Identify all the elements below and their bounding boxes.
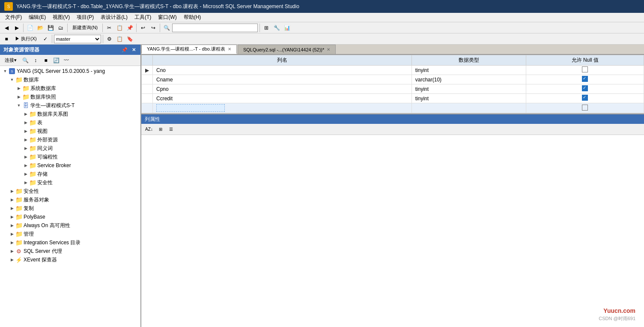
oe-close-icon[interactable]: ✕ bbox=[131, 47, 137, 53]
col-type-cell[interactable]: tinyint bbox=[411, 94, 526, 103]
expand-icon[interactable]: ▶ bbox=[9, 256, 15, 263]
menu-view[interactable]: 视图(V) bbox=[49, 13, 73, 22]
cut-icon[interactable]: ✂ bbox=[104, 23, 114, 33]
tree-item[interactable]: ▶📁同义词 bbox=[0, 144, 140, 153]
oe-refresh-icon[interactable]: 🔄 bbox=[51, 56, 61, 65]
tree-item[interactable]: ▶📁数据库快照 bbox=[0, 93, 140, 101]
tree-item[interactable]: ▼SYANG (SQL Server 15.0.2000.5 - yang bbox=[0, 67, 140, 75]
props-cat-icon[interactable]: ⊞ bbox=[156, 125, 165, 134]
col-name-cell[interactable]: Cpno bbox=[153, 84, 412, 94]
execute-icon[interactable]: ▶ 执行(X) bbox=[12, 34, 40, 44]
expand-icon[interactable]: ▶ bbox=[22, 136, 29, 143]
expand-icon[interactable]: ▶ bbox=[9, 222, 15, 229]
expand-icon[interactable]: ▼ bbox=[2, 68, 9, 75]
toolbar-extra2[interactable]: 🔧 bbox=[272, 23, 281, 33]
save-icon[interactable]: 💾 bbox=[46, 23, 55, 33]
expand-icon[interactable]: ▶ bbox=[9, 205, 15, 212]
search-input[interactable] bbox=[172, 24, 258, 32]
save-all-icon[interactable]: 🗂 bbox=[56, 23, 66, 33]
oe-wave-icon[interactable]: 〰 bbox=[62, 56, 71, 65]
tree-item[interactable]: ▶📁Integration Services 目录 bbox=[0, 238, 140, 247]
sql-btn1[interactable]: ⚙ bbox=[105, 34, 114, 44]
tree-item[interactable]: ▶📁存储 bbox=[0, 170, 140, 178]
tree-item[interactable]: ▶📁Always On 高可用性 bbox=[0, 221, 140, 230]
stop-icon[interactable]: ■ bbox=[2, 34, 11, 44]
table-row[interactable]: ▶Cnotinyint bbox=[142, 66, 644, 75]
table-row[interactable]: Ccredittinyint bbox=[142, 94, 644, 103]
forward-button[interactable]: ▶ bbox=[12, 23, 21, 33]
expand-icon[interactable]: ▶ bbox=[9, 248, 15, 255]
new-col-input[interactable] bbox=[156, 104, 225, 112]
tree-item[interactable]: ▶📁安全性 bbox=[0, 178, 140, 187]
oe-stop-icon[interactable]: ■ bbox=[41, 56, 51, 65]
col-type-cell[interactable]: tinyint bbox=[411, 66, 526, 75]
expand-icon[interactable]: ▶ bbox=[22, 145, 29, 152]
expand-icon[interactable]: ▶ bbox=[22, 153, 29, 160]
expand-icon[interactable]: ▼ bbox=[9, 76, 15, 83]
tab-table-design[interactable]: YANG.学生—课程模...-T - dbo.课程表 ✕ bbox=[141, 45, 237, 54]
oe-pin-icon[interactable]: 📌 bbox=[120, 47, 129, 53]
tree-item[interactable]: ▶📁服务器对象 bbox=[0, 195, 140, 204]
tab-table-design-close[interactable]: ✕ bbox=[228, 47, 231, 51]
menu-tabledesign[interactable]: 表设计器(L) bbox=[97, 13, 131, 22]
redo-icon[interactable]: ↪ bbox=[149, 23, 158, 33]
expand-icon[interactable]: ▼ bbox=[15, 102, 22, 109]
tree-item[interactable]: ▼📁数据库 bbox=[0, 75, 140, 84]
menu-project[interactable]: 项目(P) bbox=[73, 13, 97, 22]
expand-icon[interactable]: ▶ bbox=[9, 239, 15, 246]
col-name-cell[interactable]: Ccredit bbox=[153, 94, 412, 103]
nullable-checkbox[interactable] bbox=[582, 66, 588, 72]
expand-icon[interactable]: ▶ bbox=[9, 231, 15, 237]
empty-name-cell[interactable] bbox=[153, 103, 412, 113]
col-null-cell[interactable] bbox=[526, 66, 644, 75]
undo-icon[interactable]: ↩ bbox=[138, 23, 148, 33]
expand-icon[interactable]: ▶ bbox=[22, 128, 29, 135]
tree-item[interactable]: ▶⚡XEvent 探查器 bbox=[0, 255, 140, 264]
menu-tools[interactable]: 工具(T) bbox=[131, 13, 155, 22]
toolbar-extra3[interactable]: 📊 bbox=[282, 23, 292, 33]
expand-icon[interactable]: ▶ bbox=[22, 119, 29, 126]
new-query-icon[interactable]: 📄 bbox=[25, 23, 35, 33]
toolbar-extra[interactable]: ⊞ bbox=[262, 23, 271, 33]
menu-file[interactable]: 文件(F) bbox=[2, 13, 25, 22]
new-query-btn[interactable]: 新建查询(N) bbox=[69, 23, 101, 33]
open-icon[interactable]: 📂 bbox=[36, 23, 45, 33]
col-null-cell[interactable] bbox=[526, 94, 644, 103]
tree-item[interactable]: ▶📁安全性 bbox=[0, 187, 140, 195]
expand-icon[interactable]: ▶ bbox=[22, 162, 29, 169]
col-name-cell[interactable]: Cno bbox=[153, 66, 412, 75]
expand-icon[interactable]: ▶ bbox=[15, 93, 22, 100]
expand-icon[interactable]: ▶ bbox=[9, 196, 15, 203]
oe-connect-btn[interactable]: 连接▾ bbox=[2, 56, 20, 65]
tree-item[interactable]: ▶📁数据库关系图 bbox=[0, 110, 140, 118]
oe-filter-icon[interactable]: 🔍 bbox=[21, 56, 30, 65]
search-icon[interactable]: 🔍 bbox=[162, 23, 171, 33]
table-row[interactable]: Cnamevarchar(10) bbox=[142, 75, 644, 84]
expand-icon[interactable]: ▶ bbox=[15, 85, 22, 92]
paste-icon[interactable]: 📌 bbox=[125, 23, 134, 33]
tree-item[interactable]: ▼🗄学生—课程模式S-T bbox=[0, 101, 140, 110]
tree-item[interactable]: ▶📁视图 bbox=[0, 127, 140, 135]
expand-icon[interactable]: ▶ bbox=[22, 171, 29, 177]
tree-item[interactable]: ▶📁系统数据库 bbox=[0, 84, 140, 93]
sql-btn2[interactable]: 📋 bbox=[115, 34, 125, 44]
col-type-cell[interactable]: varchar(10) bbox=[411, 75, 526, 84]
tab-sql-query-close[interactable]: ✕ bbox=[327, 47, 330, 52]
copy-icon[interactable]: 📋 bbox=[115, 23, 124, 33]
table-row[interactable]: Cpnotinyint bbox=[142, 84, 644, 94]
oe-sort-icon[interactable]: ↕ bbox=[31, 56, 40, 65]
expand-icon[interactable]: ▶ bbox=[22, 179, 29, 186]
expand-icon[interactable]: ▶ bbox=[9, 213, 15, 220]
back-button[interactable]: ◀ bbox=[2, 23, 11, 33]
tree-item[interactable]: ▶📁复制 bbox=[0, 204, 140, 213]
expand-icon[interactable]: ▶ bbox=[9, 188, 15, 195]
tree-item[interactable]: ▶📁PolyBase bbox=[0, 213, 140, 221]
tree-item[interactable]: ▶📁表 bbox=[0, 118, 140, 127]
col-null-cell[interactable] bbox=[526, 75, 644, 84]
database-selector[interactable]: master bbox=[54, 35, 101, 43]
sql-btn3[interactable]: 🔖 bbox=[125, 34, 135, 44]
col-null-cell[interactable] bbox=[526, 84, 644, 94]
nullable-checkbox[interactable] bbox=[582, 85, 588, 91]
props-az-icon[interactable]: AZ↓ bbox=[143, 125, 155, 134]
menu-window[interactable]: 窗口(W) bbox=[155, 13, 180, 22]
